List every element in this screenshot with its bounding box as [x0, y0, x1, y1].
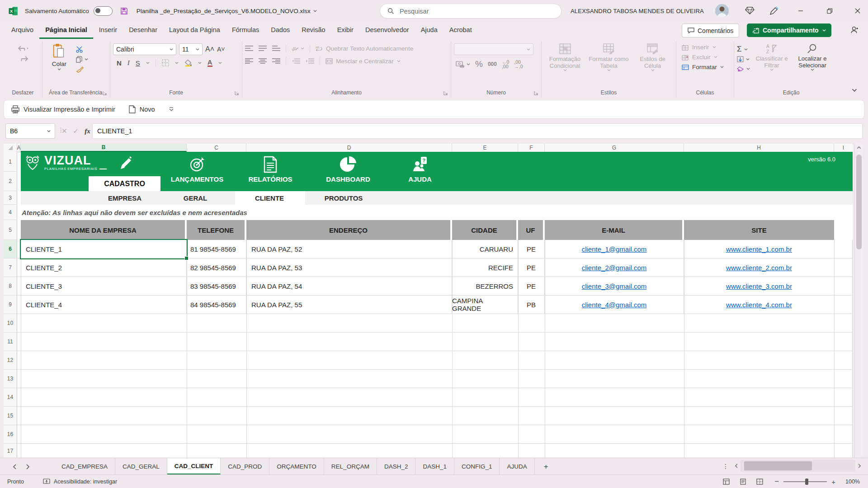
- header-cidade[interactable]: CIDADE: [452, 220, 518, 240]
- sheet-tabs-overflow-icon[interactable]: ⋮: [722, 458, 729, 474]
- name-box[interactable]: B6: [5, 123, 55, 139]
- cell-email[interactable]: cliente_2@gmail.com: [545, 258, 684, 277]
- header-site[interactable]: SITE: [684, 220, 834, 240]
- clear-button[interactable]: [737, 66, 750, 72]
- align-left-icon[interactable]: [245, 58, 253, 64]
- page-break-view-icon[interactable]: [756, 479, 763, 485]
- horizontal-scrollbar[interactable]: [735, 460, 861, 472]
- cell-phone[interactable]: 84 98545-8569: [187, 296, 246, 314]
- zoom-level[interactable]: 100%: [845, 479, 860, 485]
- format-painter-icon[interactable]: [76, 66, 88, 73]
- cell-uf[interactable]: PE: [518, 240, 545, 258]
- row-header-2[interactable]: 2: [4, 172, 17, 191]
- decrease-font-icon[interactable]: A˅: [217, 46, 225, 53]
- close-button[interactable]: [847, 0, 868, 22]
- sheet-tab-dash-2[interactable]: DASH_2: [377, 458, 416, 475]
- people-icon[interactable]: [850, 25, 860, 34]
- redo-button[interactable]: [17, 56, 29, 62]
- cell-name[interactable]: CLIENTE_4: [21, 296, 187, 314]
- tab-acrobat[interactable]: Acrobat: [443, 26, 478, 39]
- qat-customize-icon[interactable]: [169, 107, 174, 112]
- sort-filter-button[interactable]: AZ Classificar e Filtrar: [755, 43, 789, 72]
- cell-address[interactable]: RUA DA PAZ, 55: [246, 296, 452, 314]
- borders-icon[interactable]: [162, 59, 169, 66]
- font-size-select[interactable]: 11: [179, 43, 203, 55]
- minimize-button[interactable]: [790, 0, 811, 22]
- cut-icon[interactable]: [76, 46, 88, 53]
- subtab-cliente[interactable]: CLIENTE: [255, 191, 284, 205]
- premium-diamond-icon[interactable]: [745, 6, 755, 15]
- share-button[interactable]: Compartilhamento: [747, 23, 831, 37]
- cell-name[interactable]: CLIENTE_2: [21, 258, 187, 277]
- cell-city[interactable]: CAMPINA GRANDE: [452, 296, 518, 314]
- cell-phone[interactable]: 83 98545-8569: [187, 277, 246, 295]
- new-document-button[interactable]: Novo: [129, 105, 155, 113]
- banner-tab-dashboard[interactable]: DASHBOARD: [310, 152, 387, 191]
- column-header-e[interactable]: E: [452, 144, 518, 152]
- row-header-10[interactable]: 10: [4, 314, 17, 333]
- row-header-15[interactable]: 15: [4, 407, 17, 425]
- sheet-tab-cad-geral[interactable]: CAD_GERAL: [115, 458, 167, 475]
- bold-button[interactable]: N: [117, 59, 122, 67]
- cell-phone[interactable]: 81 98545-8569: [187, 240, 246, 258]
- number-dialog-launcher-icon[interactable]: [534, 91, 538, 95]
- page-layout-view-icon[interactable]: [740, 479, 746, 485]
- zoom-in-button[interactable]: +: [831, 478, 835, 486]
- add-sheet-button[interactable]: +: [535, 458, 557, 475]
- column-header-a[interactable]: A: [17, 144, 21, 152]
- header-nome-da-empresa[interactable]: NOME DA EMPRESA: [21, 220, 187, 240]
- merge-center-button[interactable]: Mesclar e Centralizar: [326, 58, 401, 65]
- tab-exibir[interactable]: Exibir: [331, 26, 359, 39]
- sheet-tab-orcamento[interactable]: ORÇAMENTO: [269, 458, 324, 475]
- subtab-empresa[interactable]: EMPRESA: [108, 191, 142, 205]
- insert-cells-button[interactable]: Inserir: [682, 44, 731, 51]
- select-all-corner[interactable]: [4, 144, 17, 152]
- format-cells-button[interactable]: Formatar: [682, 64, 731, 70]
- cell-site[interactable]: www.cliente_2.com.br: [684, 258, 834, 277]
- avatar[interactable]: [715, 4, 729, 18]
- cell-name[interactable]: CLIENTE_3: [21, 277, 187, 295]
- row-header-9[interactable]: 9: [4, 296, 17, 314]
- fill-color-icon[interactable]: [184, 59, 192, 66]
- row-header-4[interactable]: 4: [4, 205, 17, 220]
- tab-inserir[interactable]: Inserir: [93, 26, 123, 39]
- cell-styles-button[interactable]: Estilos de Célula: [632, 43, 673, 71]
- column-header-h[interactable]: H: [684, 144, 834, 152]
- site-link[interactable]: www.cliente_3.com.br: [726, 282, 792, 290]
- cell-email[interactable]: cliente_4@gmail.com: [545, 296, 684, 314]
- document-title[interactable]: Planilha _de_Prestação_de_Serviços_V6.MO…: [137, 8, 311, 14]
- row-header-16[interactable]: 16: [4, 425, 17, 444]
- number-format-select[interactable]: [454, 43, 533, 55]
- percent-icon[interactable]: %: [475, 59, 483, 69]
- subtab-produtos[interactable]: PRODUTOS: [325, 191, 363, 205]
- site-link[interactable]: www.cliente_1.com.br: [726, 245, 792, 253]
- increase-indent-icon[interactable]: [306, 58, 314, 64]
- accounting-format-icon[interactable]: [456, 61, 470, 68]
- normal-view-icon[interactable]: [723, 479, 730, 485]
- whats-new-pen-icon[interactable]: [769, 6, 778, 15]
- align-top-icon[interactable]: [245, 46, 253, 51]
- align-middle-icon[interactable]: [259, 46, 267, 51]
- alignment-dialog-launcher-icon[interactable]: [443, 91, 448, 95]
- cell-address[interactable]: RUA DA PAZ, 54: [246, 277, 452, 295]
- cell-email[interactable]: cliente_3@gmail.com: [545, 277, 684, 295]
- banner-tab-cadastro[interactable]: CADASTRO: [89, 176, 160, 191]
- font-color-icon[interactable]: A: [208, 59, 212, 67]
- banner-tab-relatorios[interactable]: RELATÓRIOS: [232, 152, 309, 191]
- banner-tab-lancamentos[interactable]: LANÇAMENTOS: [159, 152, 236, 191]
- vertical-scroll-thumb[interactable]: [856, 155, 862, 249]
- vertical-scrollbar[interactable]: [854, 144, 863, 458]
- cell-site[interactable]: www.cliente_4.com.br: [684, 296, 834, 314]
- formula-bar[interactable]: CLIENTE_1: [92, 123, 863, 139]
- tab-pagina-inicial[interactable]: Página Inicial: [39, 26, 93, 39]
- sheet-tab-config-1[interactable]: CONFIG_1: [454, 458, 500, 475]
- row-header-8[interactable]: 8: [4, 277, 17, 296]
- cell-uf[interactable]: PE: [518, 258, 545, 277]
- paste-button[interactable]: Colar: [45, 43, 73, 73]
- document-title-chevron-icon[interactable]: [313, 10, 317, 12]
- cell-city[interactable]: RECIFE: [452, 258, 518, 277]
- header-telefone[interactable]: TELEFONE: [187, 220, 246, 240]
- row-header-11[interactable]: 11: [4, 333, 17, 351]
- cell-phone[interactable]: 82 98545-8569: [187, 258, 246, 277]
- cell-address[interactable]: RUA DA PAZ, 53: [246, 258, 452, 277]
